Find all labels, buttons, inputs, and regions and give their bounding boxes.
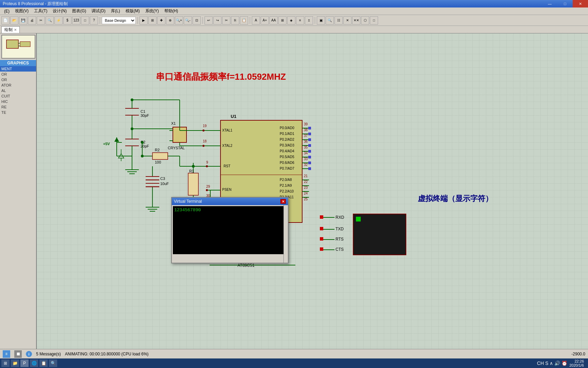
copy[interactable]: ⎘ (231, 16, 239, 25)
taskbar-tool3[interactable]: 🌐 (30, 359, 38, 367)
menu-item-system[interactable]: 系统(Y) (143, 7, 162, 15)
tag2[interactable]: A+ (261, 16, 269, 25)
new-button[interactable]: 📄 (1, 16, 10, 25)
taskbar-start[interactable]: ⊞ (1, 359, 10, 367)
design-dropdown[interactable]: Base Design (102, 17, 136, 24)
title-bar-controls[interactable]: — □ ✕ (542, 0, 588, 7)
tool7[interactable]: $ (63, 16, 71, 25)
svg-text:X1: X1 (171, 121, 176, 125)
zoom-out[interactable]: 🔍- (184, 16, 192, 25)
tool13[interactable]: ⊕ (166, 16, 174, 25)
tag4[interactable]: ⊞ (278, 16, 287, 25)
comp-re[interactable]: RE (0, 104, 36, 110)
tool6[interactable]: ⚡ (54, 16, 63, 25)
svg-rect-153 (320, 247, 323, 251)
maximize-button[interactable]: □ (557, 0, 573, 7)
menu-item-template[interactable]: 模版(M) (123, 7, 143, 15)
status-bar: ⏸ ⏹ i 5 Message(s) ANIMATING: 00:00:10.8… (0, 349, 588, 358)
comp-cuit[interactable]: CUIT (0, 93, 36, 99)
comp-hic[interactable]: HIC (0, 99, 36, 104)
svg-rect-103 (308, 127, 311, 129)
svg-text:R2: R2 (155, 148, 160, 152)
vt-scrollbar[interactable] (283, 205, 288, 263)
taskbar-tool4[interactable]: 📋 (39, 359, 48, 367)
tool12[interactable]: ✚ (157, 16, 165, 25)
redo[interactable]: ↪ (213, 16, 222, 25)
time-display: 22:26 (569, 359, 584, 363)
sep5 (315, 17, 315, 24)
svg-point-98 (206, 189, 208, 191)
toolbar: 📄 📂 💾 🖨 ✂ 🔍 ⚡ $ 123 □ ? Base Design ▶ ⊞ … (0, 15, 588, 26)
svg-rect-65 (188, 173, 198, 195)
svg-rect-111 (308, 138, 311, 141)
tag1[interactable]: A (252, 16, 260, 25)
left-panel: GRAPHICS MENT OR OR ATOR AL CUIT HIC RE … (0, 33, 37, 349)
tag6[interactable]: ≡ (296, 16, 304, 25)
comp-te[interactable]: TE (0, 110, 36, 115)
tag3[interactable]: AA (270, 16, 278, 25)
svg-text:21: 21 (304, 174, 308, 178)
play-button[interactable]: ⏸ (3, 350, 10, 358)
search-button[interactable]: 🔍 (46, 16, 54, 25)
sim4[interactable]: ✕ (343, 16, 352, 25)
comp-al[interactable]: AL (0, 88, 36, 93)
comp-or2[interactable]: OR (0, 77, 36, 82)
taskbar-explorer[interactable]: 📁 (11, 359, 19, 367)
svg-text:19: 19 (203, 124, 207, 128)
svg-text:9: 9 (206, 160, 208, 164)
menu-item-help[interactable]: 帮助(H) (162, 7, 181, 15)
stop-button[interactable]: ⏹ (14, 350, 22, 358)
svg-text:34: 34 (304, 151, 308, 155)
canvas-area[interactable]: 串口通信晶振频率f=11.0592MHZ 虚拟终端（显示字符） C1 30pF (37, 33, 588, 349)
sim6[interactable]: ⬡ (361, 16, 369, 25)
taskbar-tool5[interactable]: 🔍 (49, 359, 57, 367)
menu-item-tools[interactable]: 工具(T) (31, 7, 50, 15)
svg-rect-107 (308, 133, 311, 135)
menu-item-e[interactable]: (E) (1, 8, 12, 14)
menu-item-lib[interactable]: 库(L) (108, 7, 123, 15)
sim2[interactable]: 🔍 (326, 16, 334, 25)
comp-ment[interactable]: MENT (0, 66, 36, 72)
svg-text:P0.6/AD6: P0.6/AD6 (280, 161, 294, 165)
virtual-terminal-window[interactable]: Virtual Terminal ✕ 1234567890 (171, 197, 289, 263)
zoom-in[interactable]: 🔍+ (175, 16, 183, 25)
tool9[interactable]: □ (81, 16, 89, 25)
comp-ator[interactable]: ATOR (0, 82, 36, 88)
comp-or1[interactable]: OR (0, 72, 36, 77)
tag7[interactable]: ± (305, 16, 313, 25)
menu-item-design[interactable]: 设计(N) (50, 7, 69, 15)
tool8[interactable]: 123 (72, 16, 80, 25)
sim7[interactable]: □ (370, 16, 378, 25)
vt-close-button[interactable]: ✕ (280, 199, 286, 204)
sep3 (202, 17, 203, 24)
taskbar-proteus[interactable]: P (20, 359, 29, 367)
menu-item-graph[interactable]: 图表(G) (69, 7, 89, 15)
tool11[interactable]: ⊞ (148, 16, 157, 25)
sim5[interactable]: ✕✕ (352, 16, 360, 25)
tool10[interactable]: ▶ (140, 16, 148, 25)
svg-text:P2.1/A9: P2.1/A9 (280, 184, 292, 187)
open-button[interactable]: 📂 (10, 16, 18, 25)
svg-rect-158 (353, 214, 406, 255)
print-button[interactable]: 🖨 (28, 16, 36, 25)
menu-item-view[interactable]: 视图(V) (12, 7, 31, 15)
vt-content[interactable]: 1234567890 (173, 206, 283, 254)
title-bar: Proteus 8 Professional - 原理图绘制 — □ ✕ (0, 0, 588, 7)
sep1 (100, 17, 100, 24)
cut2[interactable]: ✂ (222, 16, 230, 25)
sim1[interactable]: ▣ (317, 16, 325, 25)
cut-button[interactable]: ✂ (37, 16, 45, 25)
help-btn[interactable]: ? (90, 16, 98, 25)
menu-item-debug[interactable]: 调试(D) (89, 7, 108, 15)
tab-close-icon[interactable]: ✕ (14, 28, 17, 32)
save-button[interactable]: 💾 (19, 16, 27, 25)
undo[interactable]: ↩ (205, 16, 213, 25)
active-tab[interactable]: 绘制 ✕ (1, 26, 20, 33)
paste[interactable]: 📋 (240, 16, 248, 25)
sim3[interactable]: ☷ (334, 16, 343, 25)
zoom-fit[interactable]: ⊡ (193, 16, 201, 25)
close-button[interactable]: ✕ (573, 0, 588, 7)
tag5[interactable]: ◈ (287, 16, 295, 25)
svg-text:RTS: RTS (336, 237, 344, 242)
minimize-button[interactable]: — (542, 0, 557, 7)
